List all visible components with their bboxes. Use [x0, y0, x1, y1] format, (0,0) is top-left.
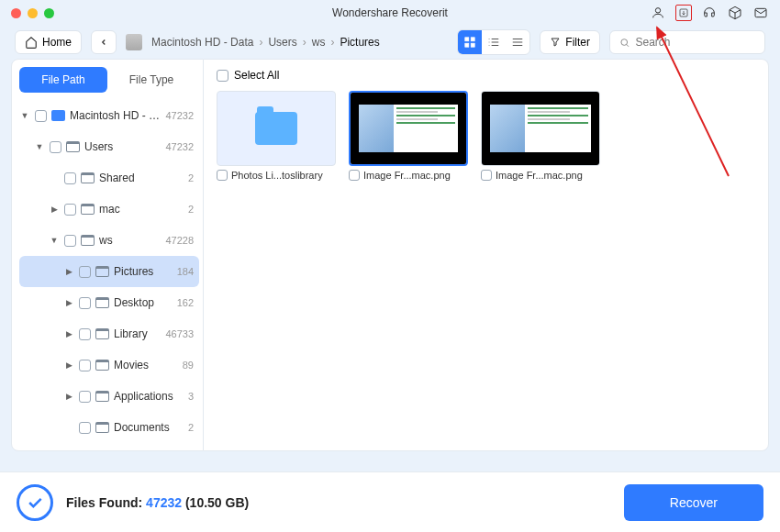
breadcrumb-item[interactable]: Macintosh HD - Data [151, 36, 253, 49]
chevron-left-icon [99, 38, 108, 47]
breadcrumb-item[interactable]: Pictures [340, 36, 379, 49]
tree-row[interactable]: ▶Desktop162 [19, 287, 199, 318]
tree-checkbox[interactable] [79, 328, 91, 340]
main-content: Select All Photos Li...toslibraryImage F… [204, 59, 769, 451]
tree-checkbox[interactable] [64, 235, 76, 247]
tree-count: 184 [177, 266, 194, 277]
thumbnail[interactable]: Image Fr...mac.png [481, 91, 600, 181]
view-toggle [457, 29, 530, 55]
thumbnail-image [481, 91, 600, 166]
select-all-row[interactable]: Select All [217, 69, 755, 82]
folder-icon [255, 112, 297, 145]
tree-label: Desktop [114, 296, 173, 309]
tree-row[interactable]: ▶Library46733 [19, 318, 199, 349]
tree-label: Shared [99, 172, 184, 184]
tree-label: Documents [114, 421, 184, 434]
chevron-down-icon[interactable]: ▼ [34, 142, 45, 151]
thumbnail[interactable]: Image Fr...mac.png [349, 91, 468, 181]
breadcrumb-item[interactable]: Users [268, 36, 296, 49]
grid-view-button[interactable] [458, 30, 482, 54]
svg-rect-6 [471, 43, 474, 47]
chevron-right-icon[interactable]: ▶ [63, 298, 74, 307]
mail-icon[interactable] [752, 5, 769, 21]
thumbnail-grid: Photos Li...toslibraryImage Fr...mac.png… [217, 91, 755, 181]
tree-row[interactable]: ▶mac2 [19, 194, 199, 225]
tree-label: Applications [114, 390, 184, 403]
chevron-right-icon[interactable]: ▶ [63, 360, 74, 370]
tree-label: Library [114, 327, 162, 340]
folder-icon [81, 172, 95, 183]
breadcrumb: Macintosh HD - Data›Users›ws›Pictures [151, 36, 380, 49]
filter-button[interactable]: Filter [540, 30, 600, 54]
search-input[interactable] [635, 36, 755, 49]
detail-view-button[interactable] [506, 30, 529, 54]
chevron-right-icon[interactable]: ▶ [63, 329, 74, 338]
export-icon[interactable] [675, 5, 692, 21]
select-all-checkbox[interactable] [217, 70, 228, 82]
chevron-down-icon[interactable]: ▼ [49, 236, 60, 245]
tree-checkbox[interactable] [79, 297, 91, 309]
files-found-text: Files Found: 47232 (10.50 GB) [66, 495, 249, 510]
list-view-button[interactable] [482, 30, 506, 54]
folder-icon [95, 391, 109, 402]
toolbar: Home Macintosh HD - Data›Users›ws›Pictur… [0, 26, 780, 59]
back-button[interactable] [91, 30, 117, 54]
close-window-button[interactable] [11, 8, 21, 18]
breadcrumb-separator: › [303, 36, 306, 49]
tree-checkbox[interactable] [35, 110, 47, 122]
folder-icon [95, 422, 109, 433]
tree-row[interactable]: ▶Applications3 [19, 381, 199, 412]
svg-point-16 [621, 39, 628, 45]
tree-label: Macintosh HD - Da... [70, 109, 162, 122]
tree-count: 2 [188, 204, 194, 215]
support-icon[interactable] [701, 5, 718, 21]
tree-checkbox[interactable] [64, 204, 76, 216]
svg-point-0 [655, 8, 660, 13]
tree-label: Users [84, 140, 162, 153]
filter-label: Filter [565, 36, 590, 49]
chevron-right-icon[interactable]: ▶ [63, 267, 74, 276]
thumbnail-label: Photos Li...toslibrary [231, 170, 323, 181]
tree-row[interactable]: Documents2 [19, 412, 199, 443]
breadcrumb-item[interactable]: ws [312, 36, 326, 49]
home-icon [25, 36, 38, 49]
tab-file-path[interactable]: File Path [19, 67, 107, 93]
thumbnail[interactable]: Photos Li...toslibrary [217, 91, 336, 181]
tree-row[interactable]: ▼Users47232 [19, 131, 199, 162]
account-icon[interactable] [650, 5, 666, 21]
tree-checkbox[interactable] [79, 266, 91, 278]
tree-count: 2 [188, 172, 194, 183]
chevron-right-icon[interactable]: ▶ [63, 392, 74, 401]
footer: Files Found: 47232 (10.50 GB) Recover [0, 471, 780, 532]
thumbnail-checkbox[interactable] [481, 170, 492, 181]
tree-row[interactable]: Shared2 [19, 162, 199, 194]
svg-rect-2 [755, 8, 766, 17]
recover-button[interactable]: Recover [624, 484, 763, 521]
search-box[interactable] [609, 30, 765, 54]
filter-icon [550, 37, 561, 48]
maximize-window-button[interactable] [44, 8, 54, 18]
tab-file-type[interactable]: File Type [107, 67, 195, 93]
package-icon[interactable] [727, 5, 743, 21]
thumbnail-image [217, 91, 336, 166]
tree-row[interactable]: ▶Movies89 [19, 349, 199, 381]
tree-label: Pictures [114, 265, 173, 278]
tree-count: 47232 [165, 141, 194, 152]
chevron-down-icon[interactable]: ▼ [19, 111, 30, 120]
thumbnail-checkbox[interactable] [217, 170, 228, 181]
tree-row[interactable]: ▶Pictures184 [19, 256, 199, 287]
tree-count: 47232 [165, 110, 194, 121]
home-button[interactable]: Home [15, 30, 82, 54]
tree-checkbox[interactable] [50, 141, 61, 153]
search-icon [619, 37, 630, 49]
tree-checkbox[interactable] [79, 360, 91, 371]
tree-checkbox[interactable] [79, 391, 91, 403]
tree-checkbox[interactable] [79, 422, 91, 434]
tree-row[interactable]: ▼ws47228 [19, 225, 199, 256]
tree-row[interactable]: ▼Macintosh HD - Da...47232 [19, 100, 199, 131]
chevron-right-icon[interactable]: ▶ [49, 205, 60, 214]
folder-icon [81, 235, 95, 246]
minimize-window-button[interactable] [28, 8, 38, 18]
thumbnail-checkbox[interactable] [349, 170, 360, 181]
tree-checkbox[interactable] [64, 172, 76, 184]
